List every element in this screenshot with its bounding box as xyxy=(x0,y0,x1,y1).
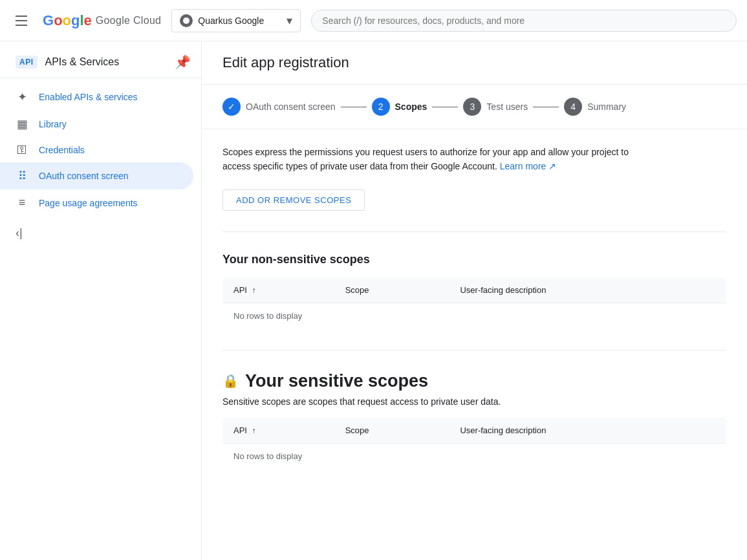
collapse-sidebar-button[interactable]: ‹| xyxy=(0,216,201,250)
sensitive-col-api-label: API xyxy=(233,425,247,435)
step-1-check: ✓ xyxy=(228,102,235,112)
sidebar: API APIs & Services 📌 ✦ Enabled APIs & s… xyxy=(0,41,202,560)
scope-description: Scopes express the permissions you reque… xyxy=(222,145,636,174)
col-api-header: API ↑ xyxy=(223,277,335,303)
section-divider-1 xyxy=(222,232,726,232)
hamburger-menu-icon[interactable] xyxy=(10,10,32,31)
page-usage-icon: ≡ xyxy=(16,196,28,210)
step-3-circle: 3 xyxy=(463,98,481,116)
step-oauth-consent: ✓ OAuth consent screen xyxy=(222,98,336,116)
sidebar-item-page-usage[interactable]: ≡ Page usage agreements xyxy=(0,189,193,216)
non-sensitive-table-header-row: API ↑ Scope User-facing description xyxy=(223,277,726,303)
step-divider-1 xyxy=(341,107,367,107)
cloud-label: Google Cloud xyxy=(96,15,161,27)
content-header: Edit app registration xyxy=(202,41,747,85)
sidebar-item-label: Credentials xyxy=(39,145,85,155)
google-g-icon: Google xyxy=(43,12,92,29)
learn-more-text: Learn more xyxy=(500,161,547,171)
library-icon: ▦ xyxy=(16,117,28,131)
search-input[interactable] xyxy=(311,10,737,32)
project-icon xyxy=(180,14,193,27)
sidebar-item-library[interactable]: ▦ Library xyxy=(0,111,193,138)
collapse-icon: ‹| xyxy=(16,226,23,240)
project-selector[interactable]: Quarkus Google ▾ xyxy=(171,9,301,32)
non-sensitive-empty-message: No rows to display xyxy=(223,303,726,328)
oauth-consent-icon: ⠿ xyxy=(16,169,28,183)
apis-services-label: APIs & Services xyxy=(45,56,120,68)
non-sensitive-scopes-title: Your non-sensitive scopes xyxy=(222,253,726,266)
step-4-label: Summary xyxy=(587,102,626,112)
sensitive-col-desc-header: User-facing description xyxy=(449,417,726,443)
step-4-circle: 4 xyxy=(564,98,582,116)
sidebar-item-label: Page usage agreements xyxy=(39,198,138,208)
non-sensitive-empty-row: No rows to display xyxy=(223,303,726,328)
sensitive-scopes-table: API ↑ Scope User-facing description No r… xyxy=(222,417,726,469)
step-test-users: 3 Test users xyxy=(463,98,528,116)
step-2-number: 2 xyxy=(378,102,384,112)
step-2-label: Scopes xyxy=(395,102,428,112)
sensitive-scopes-description: Sensitive scopes are scopes that request… xyxy=(222,396,726,407)
main-layout: API APIs & Services 📌 ✦ Enabled APIs & s… xyxy=(0,41,747,560)
col-scope-header: Scope xyxy=(335,277,450,303)
sensitive-empty-row: No rows to display xyxy=(223,443,726,469)
sensitive-table-header-row: API ↑ Scope User-facing description xyxy=(223,417,726,443)
sidebar-item-label: OAuth consent screen xyxy=(39,171,129,181)
step-1-label: OAuth consent screen xyxy=(246,102,336,112)
sidebar-item-oauth-consent[interactable]: ⠿ OAuth consent screen xyxy=(0,162,193,189)
stepper: ✓ OAuth consent screen 2 Scopes 3 Test u… xyxy=(202,85,747,129)
page-title: Edit app registration xyxy=(222,54,726,71)
step-scopes: 2 Scopes xyxy=(372,98,428,116)
sidebar-item-label: Library xyxy=(39,119,67,129)
sort-icon[interactable]: ↑ xyxy=(252,286,256,295)
add-remove-scopes-button[interactable]: ADD OR REMOVE SCOPES xyxy=(222,189,365,211)
sidebar-item-enabled-apis[interactable]: ✦ Enabled APIs & services xyxy=(0,83,193,111)
enabled-apis-icon: ✦ xyxy=(16,90,28,104)
col-api-label: API xyxy=(233,285,247,295)
sensitive-col-scope-header: Scope xyxy=(335,417,450,443)
content-body: Scopes express the permissions you reque… xyxy=(202,129,747,485)
main-content: Edit app registration ✓ OAuth consent sc… xyxy=(202,41,747,560)
learn-more-link[interactable]: Learn more ↗ xyxy=(500,161,556,171)
sensitive-scopes-section-header: 🔒 Your sensitive scopes xyxy=(222,371,726,391)
sensitive-sort-icon[interactable]: ↑ xyxy=(252,426,256,435)
scope-desc-text: Scopes express the permissions you reque… xyxy=(222,147,629,171)
step-3-number: 3 xyxy=(470,102,475,112)
sensitive-col-api-header: API ↑ xyxy=(223,417,335,443)
sidebar-header: API APIs & Services 📌 xyxy=(0,47,201,78)
lock-icon: 🔒 xyxy=(222,373,239,389)
sidebar-item-credentials[interactable]: ⚿ Credentials xyxy=(0,138,193,162)
project-name: Quarkus Google xyxy=(198,16,281,26)
api-badge: API xyxy=(16,56,38,69)
external-link-icon: ↗ xyxy=(548,161,556,171)
step-divider-2 xyxy=(432,107,458,107)
sensitive-empty-message: No rows to display xyxy=(223,443,726,469)
credentials-icon: ⚿ xyxy=(16,144,28,156)
non-sensitive-scopes-table: API ↑ Scope User-facing description No r… xyxy=(222,277,726,329)
sensitive-scopes-title: Your sensitive scopes xyxy=(245,371,428,391)
step-4-number: 4 xyxy=(570,102,576,112)
google-cloud-logo[interactable]: Google Google Cloud xyxy=(43,12,161,29)
col-desc-header: User-facing description xyxy=(449,277,726,303)
step-3-label: Test users xyxy=(486,102,528,112)
step-1-circle: ✓ xyxy=(222,98,241,116)
step-2-circle: 2 xyxy=(372,98,390,116)
sidebar-item-label: Enabled APIs & services xyxy=(39,92,138,102)
section-divider-2 xyxy=(222,350,726,350)
dropdown-arrow-icon: ▾ xyxy=(287,14,292,28)
step-divider-3 xyxy=(533,107,559,107)
notification-icon[interactable]: 📌 xyxy=(175,54,191,70)
top-navigation: Google Google Cloud Quarkus Google ▾ xyxy=(0,0,747,41)
step-summary: 4 Summary xyxy=(564,98,626,116)
